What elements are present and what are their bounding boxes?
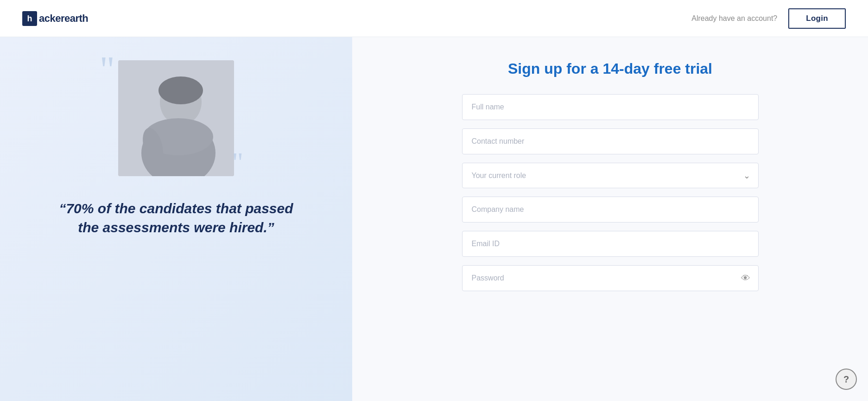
contact-number-input[interactable] (462, 128, 759, 154)
login-button[interactable]: Login (788, 8, 846, 29)
svg-point-3 (158, 76, 203, 104)
current-role-select[interactable]: Your current role HR Manager Recruiter E… (462, 163, 759, 188)
left-panel: " " (0, 37, 352, 401)
photo-container: " " (114, 56, 239, 181)
logo-text: ackerearth (39, 13, 88, 25)
role-select-wrapper: Your current role HR Manager Recruiter E… (462, 163, 759, 188)
full-name-input[interactable] (462, 94, 759, 120)
quote-text: “70% of the candidates that passed the a… (49, 199, 304, 237)
person-silhouette-svg (118, 60, 234, 176)
right-panel: Sign up for a 14-day free trial Your cur… (352, 37, 868, 401)
eye-icon[interactable]: 👁 (741, 273, 750, 284)
person-photo (118, 60, 234, 176)
company-name-input[interactable] (462, 197, 759, 223)
help-button[interactable]: ? (836, 369, 857, 390)
quote-close-decoration: " (232, 148, 244, 176)
email-input[interactable] (462, 231, 759, 257)
form-title: Sign up for a 14-day free trial (508, 60, 712, 77)
quote-open-decoration: " (100, 51, 115, 88)
header-right: Already have an account? Login (691, 8, 846, 29)
already-account-text: Already have an account? (691, 14, 777, 23)
signup-form: Your current role HR Manager Recruiter E… (462, 94, 759, 291)
logo-icon-letter: h (27, 14, 32, 23)
logo-icon: h (22, 11, 37, 26)
password-input[interactable] (462, 265, 759, 291)
logo[interactable]: h ackerearth (22, 11, 88, 26)
header: h ackerearth Already have an account? Lo… (0, 0, 868, 37)
main-content: " " (0, 37, 868, 401)
password-wrapper: 👁 (462, 265, 759, 291)
